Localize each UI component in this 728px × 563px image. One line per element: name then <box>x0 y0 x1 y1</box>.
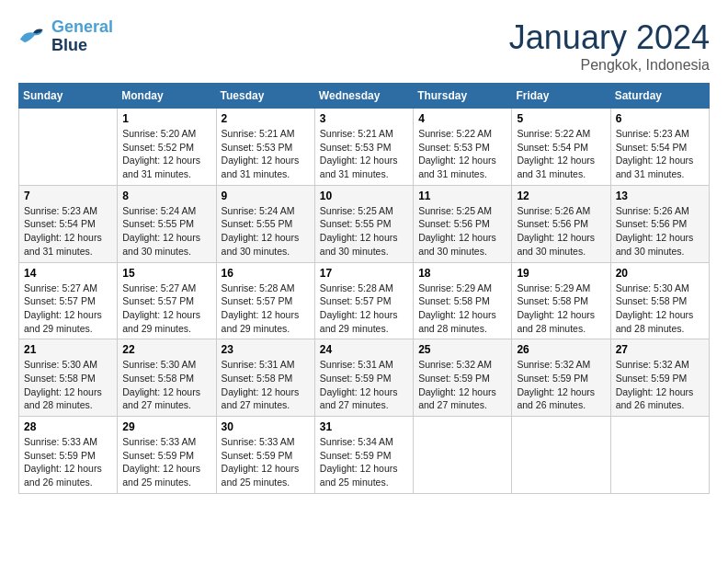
calendar-cell <box>19 109 118 186</box>
calendar-cell: 1Sunrise: 5:20 AM Sunset: 5:52 PM Daylig… <box>118 109 216 186</box>
day-info: Sunrise: 5:22 AM Sunset: 5:53 PM Dayligh… <box>418 127 506 181</box>
day-info: Sunrise: 5:31 AM Sunset: 5:59 PM Dayligh… <box>320 358 408 412</box>
location: Pengkok, Indonesia <box>509 57 710 74</box>
day-number: 11 <box>418 190 506 202</box>
day-info: Sunrise: 5:26 AM Sunset: 5:56 PM Dayligh… <box>616 204 704 259</box>
calendar-cell: 5Sunrise: 5:22 AM Sunset: 5:54 PM Daylig… <box>512 109 610 186</box>
month-title: January 2024 <box>509 18 710 57</box>
day-number: 21 <box>24 343 112 356</box>
day-info: Sunrise: 5:30 AM Sunset: 5:58 PM Dayligh… <box>616 282 704 336</box>
calendar-cell: 10Sunrise: 5:25 AM Sunset: 5:55 PM Dayli… <box>314 185 413 262</box>
calendar-cell: 18Sunrise: 5:29 AM Sunset: 5:58 PM Dayli… <box>414 262 512 339</box>
day-number: 13 <box>616 190 704 202</box>
calendar-cell: 4Sunrise: 5:22 AM Sunset: 5:53 PM Daylig… <box>414 109 512 186</box>
day-number: 6 <box>616 112 704 125</box>
day-info: Sunrise: 5:29 AM Sunset: 5:58 PM Dayligh… <box>517 282 605 336</box>
day-number: 26 <box>517 343 605 356</box>
day-of-week-header: Tuesday <box>216 84 314 109</box>
calendar-cell: 6Sunrise: 5:23 AM Sunset: 5:54 PM Daylig… <box>610 109 709 186</box>
day-info: Sunrise: 5:24 AM Sunset: 5:55 PM Dayligh… <box>222 204 310 259</box>
calendar-week-row: 7Sunrise: 5:23 AM Sunset: 5:54 PM Daylig… <box>19 185 710 262</box>
calendar-week-row: 21Sunrise: 5:30 AM Sunset: 5:58 PM Dayli… <box>19 339 710 417</box>
calendar-cell: 8Sunrise: 5:24 AM Sunset: 5:55 PM Daylig… <box>118 185 216 262</box>
day-info: Sunrise: 5:30 AM Sunset: 5:58 PM Dayligh… <box>24 358 112 412</box>
day-info: Sunrise: 5:25 AM Sunset: 5:55 PM Dayligh… <box>320 204 408 259</box>
day-number: 25 <box>418 343 506 356</box>
calendar-cell: 22Sunrise: 5:30 AM Sunset: 5:58 PM Dayli… <box>118 339 216 417</box>
title-block: January 2024 Pengkok, Indonesia <box>509 18 710 74</box>
day-number: 3 <box>320 112 408 125</box>
day-number: 27 <box>616 343 704 356</box>
day-info: Sunrise: 5:25 AM Sunset: 5:56 PM Dayligh… <box>418 204 506 259</box>
day-number: 17 <box>320 267 408 280</box>
day-number: 15 <box>122 267 210 280</box>
day-number: 2 <box>222 112 310 125</box>
day-of-week-header: Thursday <box>414 84 512 109</box>
logo: GeneralBlue <box>18 18 113 55</box>
day-number: 22 <box>122 343 210 356</box>
day-info: Sunrise: 5:22 AM Sunset: 5:54 PM Dayligh… <box>517 127 605 181</box>
calendar-cell: 13Sunrise: 5:26 AM Sunset: 5:56 PM Dayli… <box>610 185 709 262</box>
day-info: Sunrise: 5:23 AM Sunset: 5:54 PM Dayligh… <box>616 127 704 181</box>
day-info: Sunrise: 5:34 AM Sunset: 5:59 PM Dayligh… <box>320 435 408 489</box>
calendar-header-row: SundayMondayTuesdayWednesdayThursdayFrid… <box>19 84 710 109</box>
calendar-cell: 30Sunrise: 5:33 AM Sunset: 5:59 PM Dayli… <box>216 417 314 494</box>
calendar-cell: 19Sunrise: 5:29 AM Sunset: 5:58 PM Dayli… <box>512 262 610 339</box>
day-of-week-header: Friday <box>512 84 610 109</box>
calendar-cell: 15Sunrise: 5:27 AM Sunset: 5:57 PM Dayli… <box>118 262 216 339</box>
day-of-week-header: Saturday <box>610 84 709 109</box>
calendar-cell: 25Sunrise: 5:32 AM Sunset: 5:59 PM Dayli… <box>414 339 512 417</box>
day-number: 28 <box>24 420 112 433</box>
calendar-cell: 7Sunrise: 5:23 AM Sunset: 5:54 PM Daylig… <box>19 185 118 262</box>
calendar-table: SundayMondayTuesdayWednesdayThursdayFrid… <box>18 83 710 494</box>
logo-text: GeneralBlue <box>51 18 113 55</box>
day-info: Sunrise: 5:28 AM Sunset: 5:57 PM Dayligh… <box>222 282 310 336</box>
day-of-week-header: Monday <box>118 84 216 109</box>
day-info: Sunrise: 5:31 AM Sunset: 5:58 PM Dayligh… <box>222 358 310 412</box>
page-header: GeneralBlue January 2024 Pengkok, Indone… <box>18 18 710 74</box>
day-info: Sunrise: 5:23 AM Sunset: 5:54 PM Dayligh… <box>24 204 112 259</box>
day-info: Sunrise: 5:33 AM Sunset: 5:59 PM Dayligh… <box>24 435 112 489</box>
calendar-cell: 20Sunrise: 5:30 AM Sunset: 5:58 PM Dayli… <box>610 262 709 339</box>
calendar-cell: 3Sunrise: 5:21 AM Sunset: 5:53 PM Daylig… <box>314 109 413 186</box>
logo-bird-icon <box>18 24 48 50</box>
day-info: Sunrise: 5:33 AM Sunset: 5:59 PM Dayligh… <box>222 435 310 489</box>
calendar-week-row: 14Sunrise: 5:27 AM Sunset: 5:57 PM Dayli… <box>19 262 710 339</box>
day-number: 31 <box>320 420 408 433</box>
day-info: Sunrise: 5:28 AM Sunset: 5:57 PM Dayligh… <box>320 282 408 336</box>
day-info: Sunrise: 5:32 AM Sunset: 5:59 PM Dayligh… <box>418 358 506 412</box>
day-info: Sunrise: 5:33 AM Sunset: 5:59 PM Dayligh… <box>122 435 210 489</box>
calendar-cell: 23Sunrise: 5:31 AM Sunset: 5:58 PM Dayli… <box>216 339 314 417</box>
day-number: 14 <box>24 267 112 280</box>
day-number: 7 <box>24 190 112 202</box>
day-of-week-header: Sunday <box>19 84 118 109</box>
calendar-cell: 17Sunrise: 5:28 AM Sunset: 5:57 PM Dayli… <box>314 262 413 339</box>
calendar-cell <box>610 417 709 494</box>
day-of-week-header: Wednesday <box>314 84 413 109</box>
day-number: 12 <box>517 190 605 202</box>
day-number: 30 <box>222 420 310 433</box>
day-info: Sunrise: 5:27 AM Sunset: 5:57 PM Dayligh… <box>24 282 112 336</box>
calendar-week-row: 28Sunrise: 5:33 AM Sunset: 5:59 PM Dayli… <box>19 417 710 494</box>
day-number: 5 <box>517 112 605 125</box>
calendar-cell: 26Sunrise: 5:32 AM Sunset: 5:59 PM Dayli… <box>512 339 610 417</box>
day-number: 18 <box>418 267 506 280</box>
day-number: 23 <box>222 343 310 356</box>
calendar-cell: 9Sunrise: 5:24 AM Sunset: 5:55 PM Daylig… <box>216 185 314 262</box>
calendar-cell <box>512 417 610 494</box>
day-info: Sunrise: 5:32 AM Sunset: 5:59 PM Dayligh… <box>616 358 704 412</box>
day-number: 4 <box>418 112 506 125</box>
day-number: 24 <box>320 343 408 356</box>
calendar-week-row: 1Sunrise: 5:20 AM Sunset: 5:52 PM Daylig… <box>19 109 710 186</box>
day-number: 16 <box>222 267 310 280</box>
day-number: 9 <box>222 190 310 202</box>
day-number: 29 <box>122 420 210 433</box>
day-info: Sunrise: 5:21 AM Sunset: 5:53 PM Dayligh… <box>320 127 408 181</box>
calendar-cell <box>414 417 512 494</box>
day-info: Sunrise: 5:29 AM Sunset: 5:58 PM Dayligh… <box>418 282 506 336</box>
day-info: Sunrise: 5:26 AM Sunset: 5:56 PM Dayligh… <box>517 204 605 259</box>
calendar-cell: 11Sunrise: 5:25 AM Sunset: 5:56 PM Dayli… <box>414 185 512 262</box>
calendar-cell: 16Sunrise: 5:28 AM Sunset: 5:57 PM Dayli… <box>216 262 314 339</box>
calendar-cell: 31Sunrise: 5:34 AM Sunset: 5:59 PM Dayli… <box>314 417 413 494</box>
calendar-cell: 2Sunrise: 5:21 AM Sunset: 5:53 PM Daylig… <box>216 109 314 186</box>
